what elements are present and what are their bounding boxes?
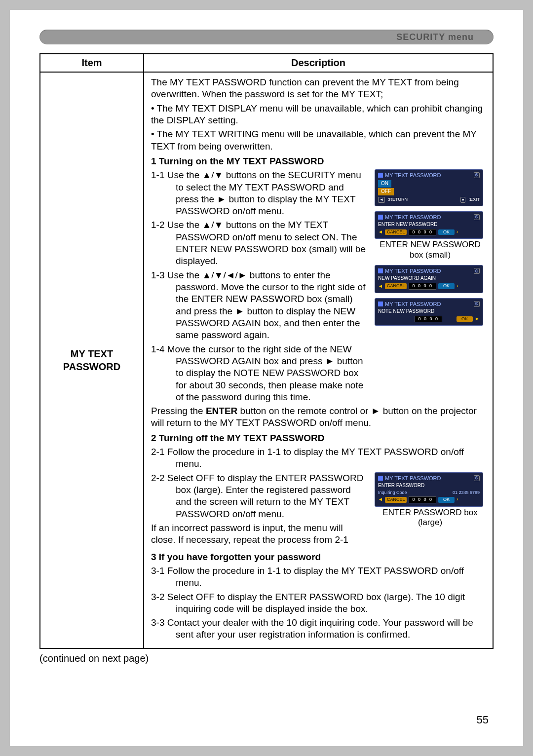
dialog-note-new: MY TEXT PASSWORD ⊙ NOTE NEW PASSWORD 0 0… xyxy=(375,298,483,326)
sec1-foot: Pressing the ENTER button on the remote … xyxy=(151,405,486,429)
sec1-head: 1 Turning on the MY TEXT PASSWORD xyxy=(151,155,486,167)
header-description: Description xyxy=(144,54,493,72)
dlg-enter-new-label: ENTER NEW PASSWORD xyxy=(378,222,480,228)
sec1-s3: 1-3 Use the ▲/▼/◄/► buttons to enter the… xyxy=(151,269,369,341)
dlg-title-2: MY TEXT PASSWORD xyxy=(385,214,441,221)
sec2-foot: If an incorrect password is input, the m… xyxy=(151,522,369,546)
item-name-cell: MY TEXT PASSWORD xyxy=(40,72,144,648)
dlg-on: ON xyxy=(378,180,391,188)
close-icon: ⊙ xyxy=(474,214,480,220)
sec3-s3: 3-3 Contact your dealer with the 10 digi… xyxy=(151,617,486,641)
menu-title: SECURITY menu xyxy=(396,32,474,42)
lock-icon xyxy=(378,476,383,481)
cap-enter-large-2: (large) xyxy=(418,518,442,527)
return-key-icon: ◄ xyxy=(378,197,385,203)
cap-enter-large-1: ENTER PASSWORD box xyxy=(382,508,477,517)
dialog-onoff: MY TEXT PASSWORD ⊗ ON OFF ◄ :RETURN ● :E… xyxy=(375,169,483,206)
header-item: Item xyxy=(40,54,144,72)
dlg-title-5: MY TEXT PASSWORD xyxy=(385,475,441,482)
dlg-digits-3: 0 0 0 0 xyxy=(415,316,442,323)
sec3-s1: 3-1 Follow the procedure in 1-1 to displ… xyxy=(151,565,486,589)
dlg-title-4: MY TEXT PASSWORD xyxy=(385,301,441,307)
dlg-inq-label: Inquiring Code xyxy=(378,490,407,496)
dlg-cancel-2: CANCEL xyxy=(385,283,407,289)
item-name-line2: PASSWORD xyxy=(40,360,143,373)
exit-key-icon: ● xyxy=(460,197,466,203)
sec3-s2: 3-2 Select OFF to display the ENTER PASS… xyxy=(151,591,486,615)
description-cell: The MY TEXT PASSWORD function can preven… xyxy=(144,72,493,648)
menu-header-bar: SECURITY menu xyxy=(39,30,494,44)
dlg-inq-code: 01 2345 6789 xyxy=(453,490,480,496)
dlg-ok-2: OK xyxy=(438,283,455,289)
dlg-digits-1: 0 0 0 0 xyxy=(409,229,436,236)
intro-p1: The MY TEXT PASSWORD function can preven… xyxy=(151,76,486,101)
content-table: Item Description MY TEXT PASSWORD The MY… xyxy=(39,53,494,649)
dlg-title-3: MY TEXT PASSWORD xyxy=(385,267,441,274)
dlg-off: OFF xyxy=(378,188,394,195)
right-arrow-icon: ► xyxy=(475,316,480,322)
dialog-enter-pwd-large: MY TEXT PASSWORD ⊙ ENTER PASSWORD Inquir… xyxy=(375,472,483,507)
dlg-enter-pwd-label: ENTER PASSWORD xyxy=(378,483,480,489)
right-arrow-icon: › xyxy=(457,229,458,235)
dlg-note-new-label: NOTE NEW PASSWORD xyxy=(378,308,480,315)
cap-enter-small-1: ENTER NEW PASSWORD xyxy=(380,240,481,249)
dlg-digits-2: 0 0 0 0 xyxy=(409,283,436,290)
dlg-exit: :EXIT xyxy=(468,197,480,203)
dlg-cancel: CANCEL xyxy=(385,229,407,235)
sec1-s1: 1-1 Use the ▲/▼ buttons on the SECURITY … xyxy=(151,169,369,217)
continued-note: (continued on next page) xyxy=(39,653,494,664)
dialog-enter-new: MY TEXT PASSWORD ⊙ ENTER NEW PASSWORD ◄ … xyxy=(375,211,483,239)
sec1-s4: 1-4 Move the cursor to the right side of… xyxy=(151,343,369,404)
right-arrow-icon: › xyxy=(457,283,458,290)
sec3-head: 3 If you have forgotten your password xyxy=(151,551,486,563)
left-arrow-icon: ◄ xyxy=(378,229,383,235)
dlg-ok-3: OK xyxy=(457,316,473,322)
page-number: 55 xyxy=(477,714,489,726)
dlg-return: :RETURN xyxy=(388,197,408,203)
item-name-line1: MY TEXT xyxy=(40,347,143,360)
dlg-ok: OK xyxy=(438,229,455,235)
lock-icon xyxy=(378,173,383,178)
intro-b2: • The MY TEXT WRITING menu will be unava… xyxy=(151,128,486,152)
lock-icon xyxy=(378,302,383,306)
close-icon: ⊗ xyxy=(474,172,480,178)
cap-enter-small-2: box (small) xyxy=(410,250,451,260)
dlg-new-again-label: NEW PASSWORD AGAIN xyxy=(378,275,480,282)
lock-icon xyxy=(378,268,383,273)
sec1-s2: 1-2 Use the ▲/▼ buttons on the MY TEXT P… xyxy=(151,219,369,267)
close-icon: ⊙ xyxy=(474,301,480,307)
sec2-s1: 2-1 Follow the procedure in 1-1 to displ… xyxy=(151,446,486,470)
dlg-cancel-3: CANCEL xyxy=(385,497,407,503)
left-arrow-icon: ◄ xyxy=(378,283,383,290)
dialog-new-again: MY TEXT PASSWORD ⊙ NEW PASSWORD AGAIN ◄ … xyxy=(375,265,483,293)
intro-b1: • The MY TEXT DISPLAY menu will be unava… xyxy=(151,103,486,127)
dlg-ok-4: OK xyxy=(438,497,455,503)
sec2-s2: 2-2 Select OFF to display the ENTER PASS… xyxy=(151,472,369,520)
dlg-digits-4: 0 0 0 0 xyxy=(409,496,436,503)
lock-icon xyxy=(378,215,383,220)
close-icon: ⊙ xyxy=(474,475,480,481)
dlg-title-1: MY TEXT PASSWORD xyxy=(385,172,441,179)
close-icon: ⊙ xyxy=(474,268,480,274)
sec2-head: 2 Turning off the MY TEXT PASSWORD xyxy=(151,432,486,444)
right-arrow-icon: › xyxy=(457,496,458,503)
left-arrow-icon: ◄ xyxy=(378,496,383,503)
